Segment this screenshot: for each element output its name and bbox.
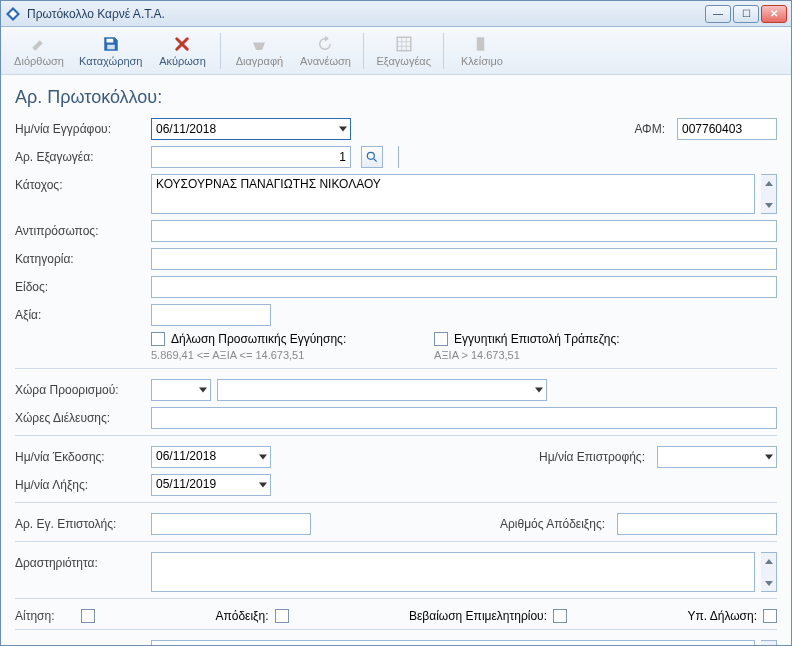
value-label: Αξία: (15, 308, 145, 322)
category-label: Κατηγορία: (15, 252, 145, 266)
activity-label: Δραστηριότητα: (15, 552, 145, 570)
scroll-up-button[interactable] (761, 641, 776, 645)
dest-country-label: Χώρα Προορισμού: (15, 383, 145, 397)
exporter-no-input[interactable] (151, 146, 351, 168)
guarantee-hint: 5.869,41 <= ΑΞΙΑ <= 14.673,51 (151, 349, 304, 361)
toolbar-cancel-label: Ακύρωση (159, 55, 206, 67)
divider-2 (15, 435, 777, 436)
chevron-down-icon (535, 388, 543, 393)
personal-guarantee-checkbox[interactable] (151, 332, 165, 346)
save-icon (102, 35, 120, 53)
activity-textarea[interactable] (151, 552, 755, 592)
application-label: Αίτηση: (15, 609, 75, 623)
eg-letter-no-label: Αρ. Εγ. Επιστολής: (15, 517, 145, 531)
receipt-checkbox[interactable] (275, 609, 289, 623)
toolbar-save-label: Καταχώρηση (79, 55, 142, 67)
divider-3 (15, 502, 777, 503)
window-title: Πρωτόκολλο Καρνέ Α.Τ.Α. (27, 7, 703, 21)
transit-countries-label: Χώρες Διέλευσης: (15, 411, 145, 425)
toolbar: Διόρθωση Καταχώρηση Ακύρωση Διαγραφή Ανα… (1, 27, 791, 75)
arrow-up-icon (765, 181, 773, 186)
dest-country-name-combo[interactable] (217, 379, 547, 401)
arrow-down-icon (765, 581, 773, 586)
transit-countries-input[interactable] (151, 407, 777, 429)
declaration-checkbox[interactable] (763, 609, 777, 623)
toolbar-save[interactable]: Καταχώρηση (73, 29, 148, 73)
refresh-icon (316, 35, 334, 53)
owner-label: Κάτοχος: (15, 174, 145, 192)
remarks-scrollbar[interactable] (761, 640, 777, 645)
representative-input[interactable] (151, 220, 777, 242)
doc-date-combo[interactable]: 06/11/2018 (151, 118, 351, 140)
remarks-textarea[interactable] (151, 640, 755, 645)
titlebar: Πρωτόκολλο Καρνέ Α.Τ.Α. — ☐ ✕ (1, 1, 791, 27)
delete-icon (250, 35, 268, 53)
application-checkbox[interactable] (81, 609, 95, 623)
svg-rect-4 (397, 37, 411, 51)
activity-scrollbar[interactable] (761, 552, 777, 592)
afm-label: ΑΦΜ: (634, 122, 665, 136)
scroll-up-button[interactable] (761, 175, 776, 191)
toolbar-exporter[interactable]: Εξαγωγέας (370, 29, 436, 73)
value-input[interactable] (151, 304, 271, 326)
divider-5 (15, 598, 777, 599)
lookup-exporter-button[interactable] (361, 146, 383, 168)
toolbar-correct[interactable]: Διόρθωση (7, 29, 71, 73)
toolbar-refresh-label: Ανανέωση (300, 55, 351, 67)
toolbar-sep-1 (220, 33, 221, 69)
toolbar-cancel[interactable]: Ακύρωση (150, 29, 214, 73)
kind-input[interactable] (151, 276, 777, 298)
app-window: Πρωτόκολλο Καρνέ Α.Τ.Α. — ☐ ✕ Διόρθωση Κ… (0, 0, 792, 646)
chamber-cert-checkbox[interactable] (553, 609, 567, 623)
scroll-down-button[interactable] (761, 197, 776, 213)
toolbar-sep-2 (363, 33, 364, 69)
doc-date-value: 06/11/2018 (156, 122, 216, 136)
receipt-label: Απόδειξη: (215, 609, 268, 623)
owner-scrollbar[interactable] (761, 174, 777, 214)
toolbar-delete[interactable]: Διαγραφή (227, 29, 291, 73)
svg-rect-3 (107, 44, 115, 49)
chevron-down-icon (199, 388, 207, 393)
maximize-button[interactable]: ☐ (733, 5, 759, 23)
chevron-down-icon (259, 483, 267, 488)
bank-letter-checkbox[interactable] (434, 332, 448, 346)
grid-icon (395, 35, 413, 53)
category-input[interactable] (151, 248, 777, 270)
svg-point-6 (367, 152, 374, 159)
owner-textarea[interactable]: ΚΟΥΣΟΥΡΝΑΣ ΠΑΝΑΓΙΩΤΗΣ ΝΙΚΟΛΑΟΥ (151, 174, 755, 214)
minimize-button[interactable]: — (705, 5, 731, 23)
issue-date-value: 06/11/2018 (156, 449, 216, 463)
doc-date-label: Ημ/νία Εγγράφου: (15, 122, 145, 136)
remarks-label: Παρατηρήσεις: (15, 640, 145, 645)
expiry-date-label: Ημ/νία Λήξης: (15, 478, 145, 492)
svg-rect-5 (477, 37, 485, 51)
receipt-no-input[interactable] (617, 513, 777, 535)
exporter-no-label: Αρ. Εξαγωγέα: (15, 150, 145, 164)
return-date-input[interactable] (657, 446, 777, 468)
toolbar-exporter-label: Εξαγωγέας (376, 55, 430, 67)
scroll-up-button[interactable] (761, 553, 776, 569)
chevron-down-icon (339, 127, 347, 132)
toolbar-close[interactable]: Κλείσιμο (450, 29, 514, 73)
eg-letter-no-input[interactable] (151, 513, 311, 535)
scroll-down-button[interactable] (761, 575, 776, 591)
divider-1 (15, 368, 777, 369)
declaration-label: Υπ. Δήλωση: (687, 609, 757, 623)
expiry-date-input[interactable]: 05/11/2019 (151, 474, 271, 496)
toolbar-refresh[interactable]: Ανανέωση (293, 29, 357, 73)
close-button[interactable]: ✕ (761, 5, 787, 23)
lookup-separator (393, 146, 399, 168)
chevron-down-icon (765, 455, 773, 460)
bank-letter-label: Εγγυητική Επιστολή Τράπεζης: (454, 332, 619, 346)
chevron-down-icon (259, 455, 267, 460)
afm-input[interactable] (677, 118, 777, 140)
dest-country-code-combo[interactable] (151, 379, 211, 401)
svg-rect-2 (106, 38, 113, 42)
issue-date-label: Ημ/νία Έκδοσης: (15, 450, 145, 464)
door-icon (473, 35, 491, 53)
chamber-cert-label: Βεβαίωση Επιμελητηρίου: (409, 609, 547, 623)
issue-date-input[interactable]: 06/11/2018 (151, 446, 271, 468)
personal-guarantee-label: Δήλωση Προσωπικής Εγγύησης: (171, 332, 346, 346)
form-body: Αρ. Πρωτοκόλλου: Ημ/νία Εγγράφου: 06/11/… (1, 75, 791, 645)
arrow-down-icon (765, 203, 773, 208)
